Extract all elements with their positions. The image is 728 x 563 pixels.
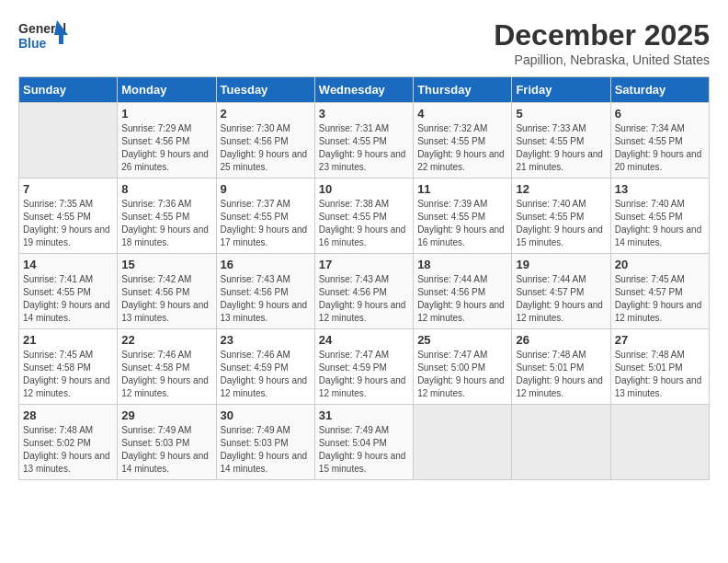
calendar-cell: 13Sunrise: 7:40 AMSunset: 4:55 PMDayligh… — [610, 178, 709, 254]
day-number: 26 — [516, 333, 606, 347]
day-number: 9 — [221, 182, 311, 196]
day-number: 20 — [615, 258, 705, 271]
day-number: 27 — [615, 333, 705, 347]
calendar-cell: 3Sunrise: 7:31 AMSunset: 4:55 PMDaylight… — [314, 103, 413, 178]
day-info: Sunrise: 7:34 AMSunset: 4:55 PMDaylight:… — [615, 122, 705, 174]
day-number: 6 — [615, 107, 705, 121]
day-info: Sunrise: 7:43 AMSunset: 4:56 PMDaylight:… — [319, 273, 409, 325]
page-header: GeneralBlue December 2025 Papillion, Neb… — [18, 18, 710, 67]
day-info: Sunrise: 7:45 AMSunset: 4:57 PMDaylight:… — [615, 273, 705, 325]
calendar-cell: 1Sunrise: 7:29 AMSunset: 4:56 PMDaylight… — [118, 103, 216, 178]
day-number: 13 — [615, 182, 705, 196]
day-info: Sunrise: 7:42 AMSunset: 4:56 PMDaylight:… — [121, 273, 211, 325]
day-info: Sunrise: 7:29 AMSunset: 4:56 PMDaylight:… — [121, 122, 211, 174]
calendar-cell: 26Sunrise: 7:48 AMSunset: 5:01 PMDayligh… — [512, 329, 610, 405]
day-number: 14 — [23, 258, 113, 271]
calendar-cell — [512, 405, 610, 480]
day-number: 12 — [516, 182, 606, 196]
day-number: 16 — [221, 258, 311, 271]
day-info: Sunrise: 7:41 AMSunset: 4:55 PMDaylight:… — [23, 273, 113, 325]
day-info: Sunrise: 7:32 AMSunset: 4:55 PMDaylight:… — [417, 122, 507, 174]
day-info: Sunrise: 7:38 AMSunset: 4:55 PMDaylight:… — [319, 198, 409, 249]
day-number: 10 — [319, 182, 409, 196]
day-number: 17 — [319, 258, 409, 271]
day-info: Sunrise: 7:44 AMSunset: 4:57 PMDaylight:… — [516, 273, 606, 325]
day-info: Sunrise: 7:36 AMSunset: 4:55 PMDaylight:… — [121, 198, 211, 249]
calendar-table: SundayMondayTuesdayWednesdayThursdayFrid… — [18, 76, 710, 480]
calendar-cell: 30Sunrise: 7:49 AMSunset: 5:03 PMDayligh… — [216, 405, 314, 480]
page-title: December 2025 — [494, 18, 710, 52]
column-header-thursday: Thursday — [414, 77, 512, 103]
day-number: 24 — [319, 333, 409, 347]
day-info: Sunrise: 7:49 AMSunset: 5:04 PMDaylight:… — [319, 424, 409, 476]
day-number: 2 — [221, 107, 311, 121]
column-header-tuesday: Tuesday — [216, 77, 314, 103]
calendar-cell: 2Sunrise: 7:30 AMSunset: 4:56 PMDaylight… — [216, 103, 314, 178]
calendar-cell: 8Sunrise: 7:36 AMSunset: 4:55 PMDaylight… — [118, 178, 216, 254]
calendar-cell: 4Sunrise: 7:32 AMSunset: 4:55 PMDaylight… — [414, 103, 512, 178]
day-number: 19 — [516, 258, 606, 271]
day-info: Sunrise: 7:35 AMSunset: 4:55 PMDaylight:… — [23, 198, 113, 249]
calendar-week-row: 21Sunrise: 7:45 AMSunset: 4:58 PMDayligh… — [19, 329, 710, 405]
calendar-week-row: 28Sunrise: 7:48 AMSunset: 5:02 PMDayligh… — [19, 405, 710, 480]
day-info: Sunrise: 7:46 AMSunset: 4:59 PMDaylight:… — [221, 349, 311, 400]
day-number: 8 — [121, 182, 211, 196]
day-number: 30 — [221, 408, 311, 422]
calendar-cell — [414, 405, 512, 480]
calendar-cell: 18Sunrise: 7:44 AMSunset: 4:56 PMDayligh… — [414, 254, 512, 329]
day-info: Sunrise: 7:47 AMSunset: 5:00 PMDaylight:… — [417, 349, 507, 400]
day-number: 28 — [23, 408, 113, 422]
calendar-cell: 17Sunrise: 7:43 AMSunset: 4:56 PMDayligh… — [314, 254, 413, 329]
logo: GeneralBlue — [18, 18, 69, 55]
day-info: Sunrise: 7:47 AMSunset: 4:59 PMDaylight:… — [319, 349, 409, 400]
day-number: 21 — [23, 333, 113, 347]
page-subtitle: Papillion, Nebraska, United States — [494, 52, 710, 67]
calendar-cell: 28Sunrise: 7:48 AMSunset: 5:02 PMDayligh… — [19, 405, 118, 480]
calendar-cell: 12Sunrise: 7:40 AMSunset: 4:55 PMDayligh… — [512, 178, 610, 254]
day-info: Sunrise: 7:49 AMSunset: 5:03 PMDaylight:… — [121, 424, 211, 476]
calendar-cell: 9Sunrise: 7:37 AMSunset: 4:55 PMDaylight… — [216, 178, 314, 254]
day-number: 3 — [319, 107, 409, 121]
calendar-cell: 16Sunrise: 7:43 AMSunset: 4:56 PMDayligh… — [216, 254, 314, 329]
logo-icon: GeneralBlue — [18, 18, 69, 55]
day-info: Sunrise: 7:43 AMSunset: 4:56 PMDaylight:… — [221, 273, 311, 325]
day-info: Sunrise: 7:46 AMSunset: 4:58 PMDaylight:… — [121, 349, 211, 400]
column-header-sunday: Sunday — [19, 77, 118, 103]
calendar-cell: 31Sunrise: 7:49 AMSunset: 5:04 PMDayligh… — [314, 405, 413, 480]
calendar-cell: 27Sunrise: 7:48 AMSunset: 5:01 PMDayligh… — [610, 329, 709, 405]
column-header-monday: Monday — [118, 77, 216, 103]
calendar-cell: 21Sunrise: 7:45 AMSunset: 4:58 PMDayligh… — [19, 329, 118, 405]
day-number: 18 — [417, 258, 507, 271]
calendar-cell: 11Sunrise: 7:39 AMSunset: 4:55 PMDayligh… — [414, 178, 512, 254]
day-info: Sunrise: 7:49 AMSunset: 5:03 PMDaylight:… — [221, 424, 311, 476]
day-number: 22 — [121, 333, 211, 347]
calendar-cell: 10Sunrise: 7:38 AMSunset: 4:55 PMDayligh… — [314, 178, 413, 254]
calendar-cell: 19Sunrise: 7:44 AMSunset: 4:57 PMDayligh… — [512, 254, 610, 329]
day-number: 29 — [121, 408, 211, 422]
column-header-wednesday: Wednesday — [314, 77, 413, 103]
day-number: 4 — [417, 107, 507, 121]
calendar-cell: 6Sunrise: 7:34 AMSunset: 4:55 PMDaylight… — [610, 103, 709, 178]
day-number: 25 — [417, 333, 507, 347]
day-info: Sunrise: 7:45 AMSunset: 4:58 PMDaylight:… — [23, 349, 113, 400]
calendar-cell: 24Sunrise: 7:47 AMSunset: 4:59 PMDayligh… — [314, 329, 413, 405]
day-info: Sunrise: 7:48 AMSunset: 5:02 PMDaylight:… — [23, 424, 113, 476]
calendar-cell — [610, 405, 709, 480]
svg-text:Blue: Blue — [18, 36, 47, 51]
calendar-week-row: 7Sunrise: 7:35 AMSunset: 4:55 PMDaylight… — [19, 178, 710, 254]
calendar-cell: 14Sunrise: 7:41 AMSunset: 4:55 PMDayligh… — [19, 254, 118, 329]
day-number: 31 — [319, 408, 409, 422]
calendar-week-row: 1Sunrise: 7:29 AMSunset: 4:56 PMDaylight… — [19, 103, 710, 178]
day-info: Sunrise: 7:44 AMSunset: 4:56 PMDaylight:… — [417, 273, 507, 325]
day-info: Sunrise: 7:30 AMSunset: 4:56 PMDaylight:… — [221, 122, 311, 174]
calendar-week-row: 14Sunrise: 7:41 AMSunset: 4:55 PMDayligh… — [19, 254, 710, 329]
day-number: 11 — [417, 182, 507, 196]
calendar-cell: 29Sunrise: 7:49 AMSunset: 5:03 PMDayligh… — [118, 405, 216, 480]
calendar-cell — [19, 103, 118, 178]
day-info: Sunrise: 7:48 AMSunset: 5:01 PMDaylight:… — [516, 349, 606, 400]
day-info: Sunrise: 7:31 AMSunset: 4:55 PMDaylight:… — [319, 122, 409, 174]
calendar-cell: 23Sunrise: 7:46 AMSunset: 4:59 PMDayligh… — [216, 329, 314, 405]
title-area: December 2025 Papillion, Nebraska, Unite… — [494, 18, 710, 67]
calendar-cell: 5Sunrise: 7:33 AMSunset: 4:55 PMDaylight… — [512, 103, 610, 178]
day-number: 1 — [121, 107, 211, 121]
